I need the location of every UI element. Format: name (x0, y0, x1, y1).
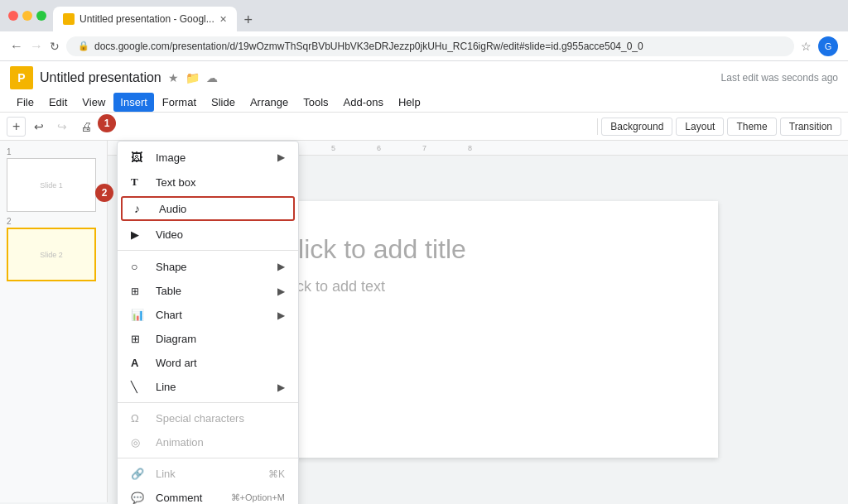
add-icon-button[interactable]: + (7, 117, 26, 137)
app-title-row: P Untitled presentation ★ 📁 ☁ Last edit … (10, 66, 838, 89)
menu-item-view[interactable]: View (75, 93, 112, 112)
table-arrow-icon: ▶ (277, 286, 285, 297)
profile-avatar[interactable]: G (818, 36, 838, 56)
traffic-lights (8, 11, 46, 21)
line-label: Line (156, 381, 277, 393)
slide-text[interactable]: Click to add text (279, 278, 677, 295)
active-tab[interactable]: Untitled presentation - Googl... ✕ (53, 7, 237, 31)
menu-item-video[interactable]: ▶ Video (118, 223, 298, 247)
print-button[interactable]: 🖨 (75, 118, 97, 135)
animation-icon: ◎ (131, 436, 147, 449)
menu-item-table[interactable]: ⊞ Table ▶ (118, 279, 298, 303)
slide-2-number: 2 (7, 217, 100, 226)
bookmark-icon[interactable]: ☆ (801, 40, 812, 53)
transition-button[interactable]: Transition (780, 118, 841, 136)
chart-arrow-icon: ▶ (277, 310, 285, 321)
comment-label: Comment (156, 492, 231, 504)
menu-item-help[interactable]: Help (392, 93, 427, 112)
slide-1-number: 1 (7, 147, 100, 156)
menu-item-audio[interactable]: ♪ Audio (121, 196, 295, 221)
divider-2 (118, 402, 298, 403)
undo-button[interactable]: ↩ (29, 118, 49, 135)
table-icon: ⊞ (131, 286, 147, 297)
menu-item-comment[interactable]: 💬 Comment ⌘+Option+M (118, 486, 298, 504)
menu-item-animation: ◎ Animation (118, 430, 298, 454)
insert-dropdown-menu: 🖼 Image ▶ T Text box ♪ Audio ▶ Video ○ S… (117, 141, 299, 504)
menu-item-insert[interactable]: Insert (113, 93, 154, 112)
menu-item-edit[interactable]: Edit (42, 93, 74, 112)
wordart-icon: A (131, 357, 147, 369)
comment-shortcut: ⌘+Option+M (231, 492, 285, 503)
toolbar: + ↩ ↪ 🖨 1 Background Layout Theme Transi… (0, 113, 848, 141)
menu-item-file[interactable]: File (10, 93, 41, 112)
textbox-label: Text box (156, 176, 285, 189)
menu-item-image[interactable]: 🖼 Image ▶ (118, 145, 298, 170)
menu-item-addons[interactable]: Add-ons (337, 93, 390, 112)
reload-button[interactable]: ↻ (50, 40, 60, 53)
menu-item-diagram[interactable]: ⊞ Diagram (118, 327, 298, 351)
table-label: Table (156, 285, 277, 297)
url-input[interactable]: 🔒 docs.google.com/presentation/d/19wOzmw… (66, 36, 794, 56)
menu-item-textbox[interactable]: T Text box (118, 170, 298, 194)
menu-item-line[interactable]: ╲ Line ▶ (118, 375, 298, 399)
menu-item-shape[interactable]: ○ Shape ▶ (118, 254, 298, 279)
menu-item-special-chars: Ω Special characters (118, 406, 298, 430)
chart-icon: 📊 (131, 309, 147, 321)
minimize-traffic-light[interactable] (22, 11, 32, 21)
menu-item-slide[interactable]: Slide (205, 93, 242, 112)
forward-button[interactable]: → (30, 39, 43, 54)
diagram-icon: ⊞ (131, 333, 147, 345)
tab-close-icon[interactable]: ✕ (219, 14, 227, 25)
image-arrow-icon: ▶ (277, 151, 285, 163)
link-icon: 🔗 (131, 468, 147, 480)
menu-item-arrange[interactable]: Arrange (243, 93, 295, 112)
app-logo: P (10, 66, 33, 89)
step1-badge: 1 (98, 114, 116, 132)
menu-item-tools[interactable]: Tools (296, 93, 335, 112)
menu-item-wordart[interactable]: A Word art (118, 351, 298, 375)
redo-button[interactable]: ↪ (52, 118, 72, 135)
shape-label: Shape (156, 261, 277, 273)
maximize-traffic-light[interactable] (36, 11, 46, 21)
ruler-tick-7: 7 (422, 144, 426, 152)
animation-label: Animation (156, 436, 285, 449)
image-label: Image (156, 151, 277, 164)
folder-icon[interactable]: 📁 (186, 71, 200, 84)
step2-badge: 2 (95, 184, 113, 202)
menu-item-format[interactable]: Format (156, 93, 203, 112)
url-text: docs.google.com/presentation/d/19wOzmwTh… (94, 41, 643, 52)
theme-button[interactable]: Theme (727, 118, 776, 136)
ruler-tick-8: 8 (468, 144, 472, 152)
back-button[interactable]: ← (10, 39, 23, 54)
slide-canvas[interactable]: Click to add title Click to add text (238, 201, 718, 458)
background-button[interactable]: Background (601, 118, 672, 136)
slide-1-container: 1 Slide 1 (7, 147, 100, 212)
diagram-label: Diagram (156, 333, 285, 345)
divider-1 (118, 250, 298, 251)
address-bar: ← → ↻ 🔒 docs.google.com/presentation/d/1… (0, 31, 848, 61)
app-title[interactable]: Untitled presentation (40, 70, 161, 85)
tab-favicon (63, 13, 75, 25)
line-arrow-icon: ▶ (277, 382, 285, 393)
slide-2-thumbnail[interactable]: Slide 2 (7, 228, 96, 281)
star-icon[interactable]: ★ (168, 71, 179, 84)
special-chars-icon: Ω (131, 412, 147, 425)
wordart-label: Word art (156, 357, 285, 369)
slide-1-thumbnail[interactable]: Slide 1 (7, 158, 96, 212)
lock-icon: 🔒 (78, 41, 89, 51)
close-traffic-light[interactable] (8, 11, 18, 21)
cloud-icon[interactable]: ☁ (206, 71, 218, 84)
layout-button[interactable]: Layout (676, 118, 724, 136)
new-tab-button[interactable]: + (237, 8, 260, 31)
link-shortcut: ⌘K (268, 468, 285, 480)
slide-title[interactable]: Click to add title (279, 234, 677, 265)
audio-icon: ♪ (134, 202, 151, 215)
menu-item-chart[interactable]: 📊 Chart ▶ (118, 303, 298, 327)
browser-chrome: Untitled presentation - Googl... ✕ + (0, 0, 848, 31)
main-area: 1 Slide 1 2 Slide 2 1 2 3 4 5 6 7 8 C (0, 141, 848, 502)
audio-label: Audio (159, 203, 282, 215)
shape-arrow-icon: ▶ (277, 261, 285, 272)
special-chars-label: Special characters (156, 412, 285, 425)
textbox-icon: T (131, 175, 147, 189)
menu-bar: File Edit View Insert Format Slide Arran… (10, 93, 838, 112)
